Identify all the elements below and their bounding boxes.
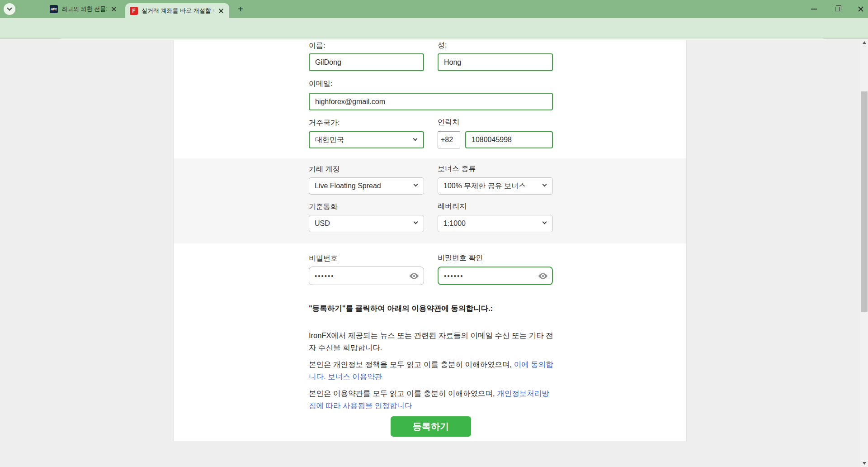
chevron-down-icon: [414, 220, 418, 224]
close-icon: [858, 6, 864, 12]
country-label: 거주국가:: [309, 118, 340, 128]
account-type-label: 거래 계정: [309, 165, 340, 174]
tab2-title: 실거래 계좌를 바로 개설할 수: [142, 7, 214, 15]
password-confirm-label: 비밀번호 확인: [438, 253, 483, 263]
tab1-favicon-icon: HFX: [50, 5, 58, 13]
tab-forex-broker[interactable]: HFX 최고의 외환 선물거래 브로커: [45, 0, 122, 18]
password-confirm-field[interactable]: [438, 267, 553, 285]
last-name-label: 성:: [438, 41, 447, 50]
terms-p3-text: 본인은 이용약관를 모두 읽고 이를 충분히 이해하였으며,: [309, 389, 497, 397]
account-options-section: [174, 158, 686, 243]
country-select[interactable]: 대한민국: [309, 131, 424, 148]
tab2-favicon-icon: F: [130, 7, 138, 15]
first-name-field[interactable]: [309, 53, 424, 71]
first-name-label: 이름:: [309, 41, 325, 51]
tab2-close-icon[interactable]: [217, 7, 225, 14]
triangle-down-icon: [863, 462, 866, 465]
password-label: 비밀번호: [309, 254, 338, 263]
terms-paragraph-usage: 본인은 이용약관를 모두 읽고 이를 충분히 이해하였으며, 개인정보처리방침에…: [309, 387, 555, 412]
scroll-down-button[interactable]: [860, 460, 868, 467]
tab1-close-icon[interactable]: [110, 5, 118, 13]
bonus-terms-link[interactable]: 보너스 이용약관: [328, 372, 382, 381]
page-content: 이름: 성: 이메일: 거주국가: 연락처 대한민국 거래 계정 보너스 종류 …: [0, 40, 860, 467]
browser-window: HFX 최고의 외환 선물거래 브로커 F 실거래 계좌를 바로 개설할 수 +…: [0, 0, 868, 467]
register-button[interactable]: 등록하기: [391, 416, 471, 437]
terms-p2-text: 본인은 개인정보 정책을 모두 읽고 이를 충분히 이해하였으며,: [309, 360, 514, 368]
leverage-label: 레버리지: [438, 202, 467, 211]
bonus-type-select[interactable]: 100% 무제한 공유 보너스: [438, 177, 553, 195]
tab-strip: HFX 최고의 외환 선물거래 브로커 F 실거래 계좌를 바로 개설할 수 +: [0, 0, 868, 18]
phone-code-field[interactable]: [438, 131, 460, 148]
chevron-down-icon: [413, 137, 418, 141]
bonus-type-label: 보너스 종류: [438, 164, 476, 174]
leverage-select[interactable]: 1:1000: [438, 215, 553, 232]
minimize-icon: [811, 9, 817, 10]
country-select-value: 대한민국: [315, 135, 344, 145]
password-eye-icon[interactable]: [409, 271, 420, 281]
account-type-value: Live Floating Spread: [315, 182, 381, 190]
terms-paragraph-news: IronFX에서 제공되는 뉴스 또는 관련된 자료들의 이메일 수신 또는 기…: [309, 329, 555, 354]
base-currency-value: USD: [315, 219, 330, 228]
chevron-down-icon: [542, 182, 547, 187]
base-currency-select[interactable]: USD: [309, 215, 424, 232]
scrollbar-thumb[interactable]: [861, 91, 868, 312]
tab-search-button[interactable]: [4, 3, 15, 15]
phone-number-field[interactable]: [465, 131, 553, 148]
restore-icon: [835, 7, 840, 11]
leverage-value: 1:1000: [443, 219, 466, 228]
registration-form: 이름: 성: 이메일: 거주국가: 연락처 대한민국 거래 계정 보너스 종류 …: [173, 40, 687, 441]
chevron-down-icon: [542, 220, 547, 224]
phone-label: 연락처: [438, 118, 459, 127]
email-field[interactable]: [309, 93, 553, 110]
bonus-type-value: 100% 무제한 공유 보너스: [443, 181, 526, 191]
scroll-up-button[interactable]: [860, 39, 868, 46]
window-minimize-button[interactable]: [805, 0, 823, 18]
last-name-field[interactable]: [438, 53, 553, 71]
account-type-select[interactable]: Live Floating Spread: [309, 177, 424, 195]
chevron-down-icon: [7, 5, 12, 10]
tab-register-active[interactable]: F 실거래 계좌를 바로 개설할 수: [125, 3, 229, 18]
browser-toolbar: ironfx.com/ko/register?utm_source=005688…: [0, 18, 868, 39]
new-tab-button[interactable]: +: [235, 4, 246, 14]
terms-paragraph-privacy: 본인은 개인정보 정책을 모두 읽고 이를 충분히 이해하였으며, 이에 동의합…: [309, 358, 555, 383]
base-currency-label: 기준통화: [309, 202, 338, 212]
password-field[interactable]: [309, 267, 424, 285]
password-confirm-eye-icon[interactable]: [538, 271, 548, 281]
vertical-scrollbar[interactable]: [860, 39, 868, 467]
email-label: 이메일:: [309, 79, 332, 89]
window-restore-button[interactable]: [828, 0, 846, 18]
triangle-up-icon: [863, 41, 866, 44]
chevron-down-icon: [414, 182, 418, 187]
terms-heading: "등록하기"를 클릭하여 아래의 이용약관에 동의합니다.:: [309, 304, 562, 314]
tab1-title: 최고의 외환 선물거래 브로커: [61, 5, 107, 13]
window-close-button[interactable]: [852, 0, 868, 18]
